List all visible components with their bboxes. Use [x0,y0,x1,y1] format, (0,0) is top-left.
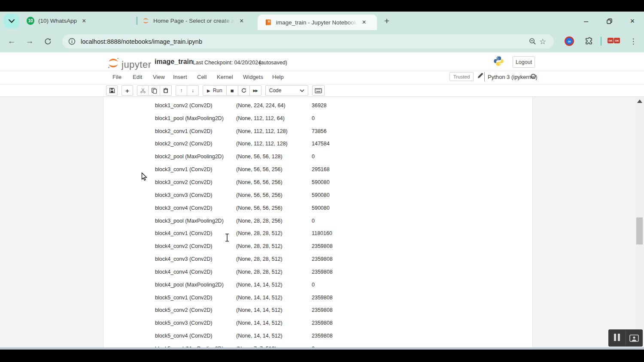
notebook-title[interactable]: image_train [155,58,193,66]
layer-name-cell: block4_conv2 (Conv2D) [155,243,236,249]
browser-menu-button[interactable]: ⋮ [628,36,639,47]
forward-button[interactable]: → [24,36,35,47]
tab-homepage[interactable]: Home Page - Select or create a × [142,12,254,30]
layer-name-cell: block1_pool (MaxPooling2D) [155,115,236,121]
logout-button[interactable]: Logout [513,56,535,68]
scrollbar-thumb[interactable] [636,217,643,244]
output-shape-cell: (None, 112, 112, 64) [236,115,312,121]
menu-item-help[interactable]: Help [272,74,284,80]
pause-recording-button[interactable] [608,329,626,347]
menu-item-kernel[interactable]: Kernel [217,74,233,80]
edit-pencil-icon[interactable] [477,72,483,81]
param-count-cell: 590080 [312,179,330,185]
output-shape-cell: (None, 28, 28, 512) [236,269,312,275]
summary-row: block3_conv2 (Conv2D) (None, 56, 56, 256… [155,176,524,189]
extension-meta-icon[interactable]: ∞ [564,36,575,47]
tab-search-button[interactable] [4,14,19,28]
url-text: localhost:8888/notebooks/image_train.ipy… [81,38,527,45]
tab-whatsapp[interactable]: 10 (10) WhatsApp × [27,12,137,30]
stop-icon: ■ [231,87,234,94]
webcam-toggle-button[interactable] [626,329,643,347]
add-cell-button[interactable]: + [122,85,133,96]
scissors-icon [140,87,146,94]
command-palette-button[interactable] [312,85,325,96]
summary-row: block4_conv1 (Conv2D) (None, 28, 28, 512… [155,227,524,240]
param-count-cell: 2359808 [312,269,333,275]
cell-type-select[interactable]: Code [265,85,308,96]
param-count-cell: 147584 [312,141,330,147]
summary-row: block5_conv4 (Conv2D) (None, 14, 14, 512… [155,329,524,342]
tab-divider [137,17,137,25]
close-icon[interactable]: × [362,19,366,26]
restart-kernel-button[interactable] [238,85,250,96]
url-box[interactable]: localhost:8888/notebooks/image_train.ipy… [62,34,554,48]
summary-row: block1_pool (MaxPooling2D) (None, 112, 1… [155,112,524,125]
summary-row: block4_conv2 (Conv2D) (None, 28, 28, 512… [155,240,524,253]
jupyter-page: jupyter image_train Last Checkpoint: 04/… [0,52,644,350]
summary-row: block2_pool (MaxPooling2D) (None, 56, 56… [155,150,524,163]
new-tab-button[interactable]: + [381,15,392,27]
tab-image-train-active[interactable]: image_train - Jupyter Notebook × [258,15,377,30]
site-info-icon[interactable] [68,38,76,45]
layer-name-cell: block3_pool (MaxPooling2D) [155,218,236,224]
summary-row: block3_conv1 (Conv2D) (None, 56, 56, 256… [155,163,524,176]
output-shape-cell: (None, 56, 56, 128) [236,154,312,160]
bookmark-star-icon[interactable]: ☆ [538,36,548,47]
vertical-scrollbar[interactable] [635,97,644,347]
autosaved-text: (autosaved) [259,60,287,66]
output-shape-cell: (None, 56, 56, 256) [236,192,312,198]
restart-icon [241,87,247,94]
output-shape-cell: (None, 56, 56, 256) [236,205,312,211]
param-count-cell: 0 [312,282,315,288]
extensions-puzzle-icon[interactable] [583,36,594,47]
window-close-button[interactable]: × [626,16,639,26]
trusted-badge[interactable]: Trusted [450,72,474,81]
menu-item-cell[interactable]: Cell [197,74,207,80]
close-icon[interactable]: × [82,18,86,24]
interrupt-kernel-button[interactable]: ■ [227,85,238,96]
extension-red-badge-icon[interactable]: OK OK [608,38,620,43]
toolbar-divider [601,37,601,45]
menu-item-widgets[interactable]: Widgets [243,74,263,80]
output-shape-cell: (None, 28, 28, 256) [236,218,312,224]
kernel-status-icon [531,74,536,79]
kernel-divider [484,72,485,81]
copy-cell-button[interactable] [149,85,160,96]
layer-name-cell: block4_conv1 (Conv2D) [155,230,236,236]
paste-cell-button[interactable] [160,85,172,96]
layer-name-cell: block3_conv1 (Conv2D) [155,166,236,172]
zoom-indicator-icon[interactable] [527,36,538,47]
menu-item-insert[interactable]: Insert [173,74,187,80]
summary-row: block2_conv1 (Conv2D) (None, 112, 112, 1… [155,125,524,138]
layer-name-cell: block2_conv2 (Conv2D) [155,141,236,147]
back-button[interactable]: ← [6,36,17,47]
jupyter-logo[interactable]: jupyter [107,57,152,69]
jupyter-logo-icon [107,57,120,69]
whatsapp-favicon-badge: 10 [27,17,34,25]
output-shape-cell: (None, 56, 56, 256) [236,179,312,185]
menu-item-file[interactable]: File [112,74,122,80]
output-shape-cell: (None, 224, 224, 64) [236,103,312,109]
move-cell-down-button[interactable]: ↓ [187,85,199,96]
chevron-down-icon [300,89,304,92]
window-restore-button[interactable] [603,16,616,26]
window-minimize-button[interactable]: – [580,16,592,26]
layer-name-cell: block2_pool (MaxPooling2D) [155,154,236,160]
tab-title: (10) WhatsApp [38,18,77,24]
run-cell-button[interactable]: ▶ Run [203,85,227,96]
menu-item-view[interactable]: View [153,74,165,80]
param-count-cell: 73856 [312,128,327,134]
layer-name-cell: block3_conv4 (Conv2D) [155,205,236,211]
restart-run-all-button[interactable]: ▶▶ [250,85,261,96]
copy-icon [151,87,157,94]
output-shape-cell: (None, 28, 28, 512) [236,256,312,262]
summary-row: block5_pool (MaxPooling2D) (None, 7, 7, … [155,342,524,347]
menu-item-edit[interactable]: Edit [133,74,142,80]
move-cell-up-button[interactable]: ↑ [176,85,187,96]
cut-cell-button[interactable] [137,85,149,96]
save-button[interactable] [106,85,118,96]
reload-button[interactable] [42,36,53,47]
paste-icon [163,87,169,94]
close-icon[interactable]: × [240,18,243,24]
scroll-up-button[interactable] [637,100,642,103]
